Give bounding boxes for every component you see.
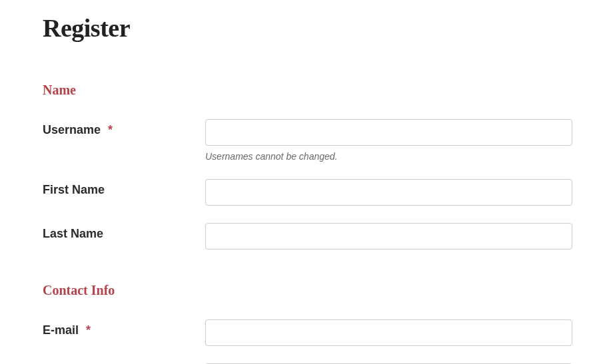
section-heading-contact: Contact Info <box>43 283 572 298</box>
username-label-text: Username <box>43 123 101 136</box>
required-star-icon: * <box>108 123 113 136</box>
first-name-label: First Name <box>43 179 205 197</box>
email-label-text: E-mail <box>43 323 79 337</box>
username-hint: Usernames cannot be changed. <box>205 151 572 162</box>
form-row-first-name: First Name <box>43 179 572 206</box>
email-input[interactable] <box>205 319 572 346</box>
username-input[interactable] <box>205 119 572 146</box>
form-row-username: Username * Usernames cannot be changed. <box>43 119 572 162</box>
last-name-label-text: Last Name <box>43 227 103 240</box>
form-row-email: E-mail * <box>43 319 572 346</box>
section-heading-name: Name <box>43 83 572 98</box>
last-name-field-wrap <box>205 223 572 250</box>
first-name-field-wrap <box>205 179 572 206</box>
username-label: Username * <box>43 119 205 137</box>
page-title: Register <box>43 13 572 43</box>
last-name-label: Last Name <box>43 223 205 241</box>
email-label: E-mail * <box>43 319 205 337</box>
first-name-input[interactable] <box>205 179 572 206</box>
form-row-last-name: Last Name <box>43 223 572 250</box>
first-name-label-text: First Name <box>43 183 105 196</box>
username-field-wrap: Usernames cannot be changed. <box>205 119 572 162</box>
required-star-icon: * <box>86 323 91 337</box>
last-name-input[interactable] <box>205 223 572 250</box>
email-field-wrap <box>205 319 572 346</box>
